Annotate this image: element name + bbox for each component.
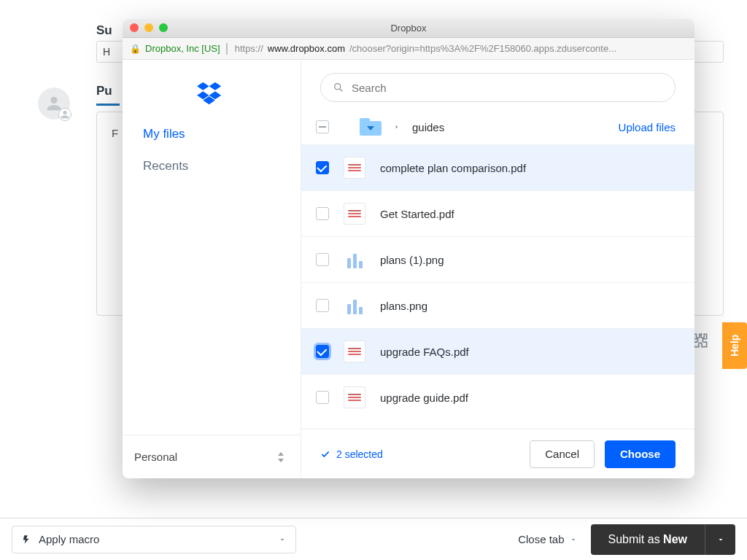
file-list: complete plan comparison.pdfGet Started.…: [301, 144, 694, 429]
file-name: upgrade guide.pdf: [380, 392, 468, 404]
dropbox-chooser-window: Dropbox 🔒 Dropbox, Inc [US] │ https://ww…: [123, 19, 694, 478]
close-tab-label: Close tab: [518, 533, 564, 545]
file-checkbox[interactable]: [316, 253, 329, 266]
file-name: complete plan comparison.pdf: [380, 162, 526, 174]
account-stepper-icon: [277, 452, 285, 462]
subject-label: Su: [96, 23, 112, 38]
file-checkbox[interactable]: [316, 391, 329, 404]
cancel-button[interactable]: Cancel: [530, 440, 595, 468]
url-host: www.dropbox.com: [268, 43, 345, 54]
minimize-window-icon[interactable]: [144, 23, 153, 32]
chevron-down-icon: [278, 535, 287, 544]
bolt-icon: [21, 534, 31, 545]
file-row[interactable]: plans.png: [301, 282, 694, 328]
public-reply-tab[interactable]: Pu: [96, 84, 112, 98]
help-side-tab[interactable]: Help: [722, 322, 747, 369]
chevron-down-icon: [716, 535, 725, 544]
file-row[interactable]: upgrade FAQs.pdf: [301, 328, 694, 374]
ticket-bottom-bar: Apply macro Close tab Submit as New: [0, 518, 747, 560]
avatar-badge-icon: [58, 108, 71, 121]
check-icon: [320, 449, 330, 459]
apply-macro-dropdown[interactable]: Apply macro: [12, 526, 296, 553]
file-checkbox[interactable]: [316, 345, 329, 358]
lock-icon: 🔒: [130, 44, 141, 54]
file-row[interactable]: complete plan comparison.pdf: [301, 144, 694, 190]
apply-macro-label: Apply macro: [39, 533, 99, 545]
upload-files-link[interactable]: Upload files: [619, 121, 676, 133]
svg-point-0: [335, 84, 341, 90]
file-checkbox[interactable]: [316, 161, 329, 174]
account-label: Personal: [134, 451, 177, 463]
selection-count-text: 2 selected: [336, 448, 383, 460]
submit-button[interactable]: Submit as New: [591, 524, 705, 555]
file-row[interactable]: upgrade guide.pdf: [301, 374, 694, 420]
public-reply-underline: [96, 104, 120, 106]
document-thumbnail-icon: [344, 386, 365, 408]
close-tab-button[interactable]: Close tab: [518, 533, 577, 545]
address-bar[interactable]: 🔒 Dropbox, Inc [US] │ https://www.dropbo…: [123, 38, 694, 60]
url-separator: │: [225, 43, 231, 54]
submit-group: Submit as New: [591, 524, 736, 555]
file-row[interactable]: Get Started.pdf: [301, 190, 694, 236]
window-title: Dropbox: [390, 23, 426, 34]
file-name: Get Started.pdf: [380, 208, 454, 220]
chevron-right-icon: [393, 121, 400, 133]
search-input[interactable]: [352, 82, 663, 94]
sidebar-item-my-files[interactable]: My files: [143, 127, 280, 141]
document-thumbnail-icon: [344, 341, 365, 362]
breadcrumb-folder[interactable]: guides: [412, 121, 444, 133]
chooser-main: guides Upload files complete plan compar…: [301, 60, 694, 478]
svg-line-1: [340, 89, 342, 91]
url-prefix: https://: [235, 43, 263, 54]
window-traffic-lights[interactable]: [130, 23, 168, 32]
window-titlebar[interactable]: Dropbox: [123, 19, 694, 38]
chevron-down-icon: [569, 535, 578, 544]
search-field[interactable]: [320, 73, 676, 102]
document-thumbnail-icon: [344, 203, 365, 225]
zoom-window-icon[interactable]: [159, 23, 168, 32]
chooser-footer: 2 selected Cancel Choose: [301, 429, 694, 478]
avatar: [38, 88, 70, 120]
selection-count: 2 selected: [320, 448, 383, 460]
sidebar-item-recents[interactable]: Recents: [143, 159, 280, 174]
search-icon: [333, 82, 344, 93]
folder-icon: [360, 118, 382, 136]
file-name: upgrade FAQs.pdf: [380, 346, 469, 358]
breadcrumb-row: guides Upload files: [301, 108, 694, 144]
choose-button[interactable]: Choose: [605, 440, 676, 468]
ssl-org: Dropbox, Inc [US]: [145, 43, 220, 54]
submit-status: New: [663, 533, 687, 545]
file-checkbox[interactable]: [316, 299, 329, 312]
image-thumbnail-icon: [344, 295, 365, 316]
file-checkbox[interactable]: [316, 207, 329, 220]
image-thumbnail-icon: [344, 249, 365, 271]
select-all-checkbox[interactable]: [316, 120, 329, 133]
subject-input-glimpse: H: [103, 46, 110, 58]
file-name: plans.png: [380, 300, 427, 312]
submit-caret-button[interactable]: [705, 524, 735, 555]
url-rest: /chooser?origin=https%3A%2F%2F158060.app…: [349, 43, 616, 54]
document-thumbnail-icon: [344, 157, 365, 179]
file-name: plans (1).png: [380, 254, 444, 266]
account-switcher[interactable]: Personal: [123, 435, 301, 478]
compose-panel-glimpse: F: [112, 127, 118, 139]
sidebar-nav: My filesRecents: [123, 127, 301, 174]
chooser-sidebar: My filesRecents Personal: [123, 60, 301, 478]
submit-prefix: Submit as: [608, 533, 664, 545]
file-row[interactable]: plans (1).png: [301, 236, 694, 282]
dropbox-logo-icon: [123, 60, 301, 127]
close-window-icon[interactable]: [130, 23, 139, 32]
